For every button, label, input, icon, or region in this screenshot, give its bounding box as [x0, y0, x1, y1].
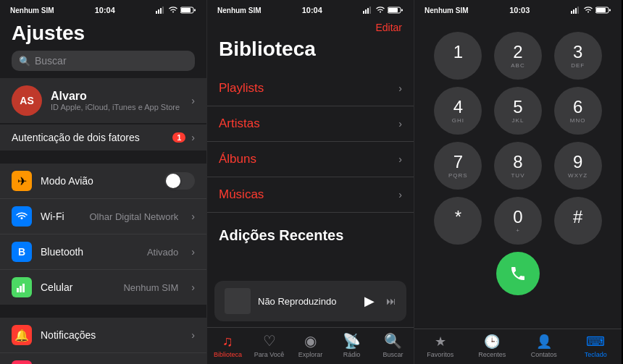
bluetooth-chevron: ›: [191, 246, 195, 258]
dial-num-7: 7: [453, 153, 463, 172]
edit-button[interactable]: Editar: [375, 22, 402, 33]
time-1: 10:04: [95, 6, 115, 14]
signal-icon-2: [363, 7, 373, 14]
cellular-chevron: ›: [191, 282, 195, 293]
dialer-tab-icon-teclado: ⌨: [586, 334, 605, 350]
call-button[interactable]: [496, 252, 540, 295]
svg-rect-6: [194, 9, 196, 12]
auth-label: Autenticação de dois fatores: [12, 132, 172, 143]
svg-rect-2: [160, 8, 162, 14]
sound-icon: 🔊: [12, 360, 32, 364]
recent-section: Adições Recentes: [207, 213, 414, 251]
library-item-musicas[interactable]: Músicas ›: [207, 177, 414, 213]
setting-cellular[interactable]: Celular Nenhum SIM ›: [0, 270, 206, 305]
library-list: Playlists › Artistas › Álbuns › Músicas …: [207, 71, 414, 213]
ajustes-screen: Ajustes 🔍 Buscar AS Alvaro ID Apple, iCl…: [0, 19, 206, 364]
dial-5[interactable]: 5 JKL: [494, 87, 542, 135]
svg-rect-9: [22, 284, 25, 292]
dial-3[interactable]: 3 DEF: [554, 32, 602, 80]
library-item-artistas[interactable]: Artistas ›: [207, 106, 414, 142]
tab-label-explorar: Explorar: [298, 351, 323, 358]
dialer-tab-recentes[interactable]: 🕒 Recentes: [467, 334, 519, 358]
dial-6[interactable]: 6 MNO: [554, 87, 602, 135]
library-chevron-musicas: ›: [398, 189, 402, 200]
library-chevron-artistas: ›: [398, 118, 402, 130]
tab-buscar[interactable]: 🔍 Buscar: [372, 332, 414, 358]
wifi-setting-icon: [12, 206, 32, 227]
call-row: [496, 252, 540, 295]
dialer-tab-favoritos[interactable]: ★ Favoritos: [414, 334, 467, 358]
dial-4[interactable]: 4 GHI: [434, 87, 482, 135]
status-bar-3: Nenhum SIM 10:03: [414, 0, 622, 19]
setting-wifi[interactable]: Wi-Fi Olhar Digital Network ›: [0, 199, 206, 234]
setting-bluetooth[interactable]: B Bluetooth Ativado ›: [0, 234, 206, 270]
tab-biblioteca[interactable]: ♫ Biblioteca: [207, 333, 248, 358]
profile-info: Alvaro ID Apple, iCloud, iTunes e App St…: [51, 90, 183, 111]
status-icons-3: [571, 7, 611, 14]
notif-chevron: ›: [191, 329, 195, 341]
forward-button[interactable]: ⏭: [386, 295, 396, 307]
search-bar[interactable]: 🔍 Buscar: [12, 51, 195, 71]
dial-9[interactable]: 9 WXYZ: [554, 142, 602, 190]
svg-rect-11: [365, 9, 367, 14]
setting-notif[interactable]: 🔔 Notificações ›: [0, 318, 206, 353]
cellular-svg: [17, 282, 27, 292]
tab-paravoc[interactable]: ♡ Para Você: [248, 332, 290, 358]
dial-num-5: 5: [513, 98, 522, 117]
time-3: 10:03: [509, 6, 530, 14]
dial-num-9: 9: [573, 153, 582, 172]
dial-1[interactable]: 1: [434, 32, 482, 80]
status-bar-2: Nenhum SIM 10:04: [207, 0, 414, 19]
dial-0[interactable]: 0 +: [494, 197, 542, 245]
dial-hash[interactable]: #: [554, 197, 602, 245]
tab-icon-radio: 📡: [343, 332, 361, 350]
svg-rect-23: [609, 9, 611, 12]
dialer-body: 1 2 ABC 3 DEF 4 GHI 5 JKL: [414, 19, 622, 329]
cellular-label: Celular: [41, 282, 114, 293]
dialer-tab-contatos[interactable]: 👤 Contatos: [518, 334, 570, 358]
status-bar-1: Nenhum SIM 10:04: [0, 0, 206, 19]
library-item-albuns[interactable]: Álbuns ›: [207, 142, 414, 177]
dial-letters-4: GHI: [452, 117, 464, 124]
now-playing-bar[interactable]: Não Reproduzindo ▶ ⏭: [214, 281, 406, 321]
signal-icon: [156, 7, 166, 14]
bluetooth-icon: B: [12, 242, 32, 262]
library-label-albuns: Álbuns: [219, 152, 398, 166]
play-button[interactable]: ▶: [364, 293, 375, 309]
airplane-label: Modo Avião: [41, 175, 156, 187]
svg-rect-19: [575, 8, 577, 14]
svg-rect-7: [17, 288, 19, 292]
airplane-toggle[interactable]: [164, 172, 195, 190]
setting-sound[interactable]: 🔊 Som e Tato ›: [0, 353, 206, 364]
dial-8[interactable]: 8 TUV: [494, 142, 542, 190]
dial-2[interactable]: 2 ABC: [494, 32, 542, 80]
dial-7[interactable]: 7 PQRS: [434, 142, 482, 190]
dial-letters-0: +: [516, 227, 520, 234]
battery-icon-3: [595, 7, 611, 14]
dialer-tab-teclado[interactable]: ⌨ Teclado: [570, 334, 622, 358]
phone-biblioteca: Nenhum SIM 10:04 Editar Biblioteca Playl…: [207, 0, 414, 364]
status-icons-2: [363, 7, 404, 14]
battery-icon-2: [388, 7, 404, 14]
tab-explorar[interactable]: ◉ Explorar: [290, 332, 331, 358]
dial-letters-9: WXYZ: [568, 172, 588, 179]
settings-group-2: 🔔 Notificações › 🔊 Som e Tato › 🌙 Não Pe…: [0, 318, 206, 364]
svg-rect-16: [401, 9, 403, 12]
profile-row[interactable]: AS Alvaro ID Apple, iCloud, iTunes e App…: [0, 78, 206, 123]
music-tab-bar: ♫ Biblioteca ♡ Para Você ◉ Explorar 📡 Rá…: [207, 327, 414, 364]
cellular-value: Nenhum SIM: [123, 282, 178, 293]
tab-radio[interactable]: 📡 Rádio: [331, 332, 372, 358]
tab-label-radio: Rádio: [343, 351, 361, 358]
tab-label-buscar: Buscar: [382, 351, 403, 358]
biblioteca-header: Editar: [207, 19, 414, 35]
dial-star[interactable]: *: [434, 197, 482, 245]
svg-rect-15: [388, 8, 398, 12]
svg-rect-10: [363, 11, 364, 14]
dial-num-4: 4: [453, 98, 463, 117]
wifi-icon-3: [584, 7, 593, 14]
library-item-playlists[interactable]: Playlists ›: [207, 71, 414, 106]
auth-chevron: ›: [191, 132, 195, 143]
setting-airplane[interactable]: ✈ Modo Avião: [0, 164, 206, 199]
dial-num-hash: #: [573, 208, 582, 227]
auth-row[interactable]: Autenticação de dois fatores 1 ›: [0, 124, 206, 151]
